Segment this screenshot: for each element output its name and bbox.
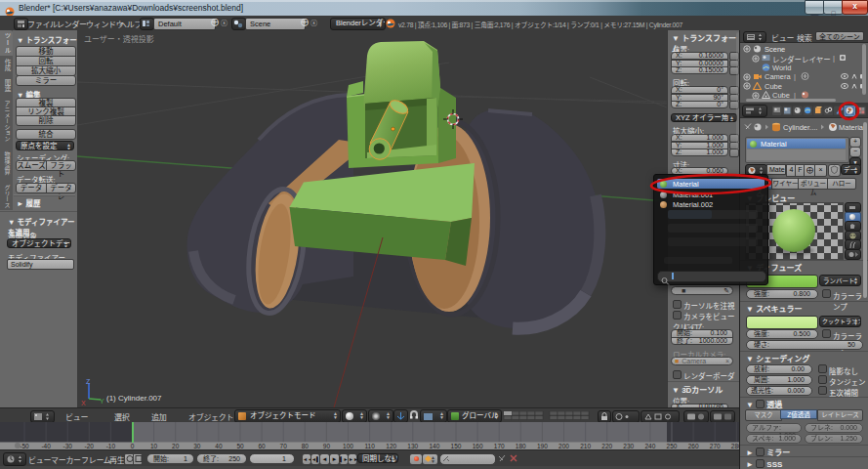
svg-text:20: 20 — [172, 443, 180, 449]
svg-text:70: 70 — [280, 443, 288, 449]
svg-text:140: 140 — [429, 443, 439, 449]
svg-text:40: 40 — [215, 443, 223, 449]
svg-text:280: 280 — [731, 443, 739, 449]
svg-text:150: 150 — [451, 443, 462, 449]
svg-text:220: 220 — [601, 443, 612, 449]
svg-text:170: 170 — [494, 443, 505, 449]
svg-text:-10: -10 — [106, 443, 116, 449]
svg-text:200: 200 — [558, 443, 569, 449]
svg-text:90: 90 — [323, 443, 331, 449]
svg-text:130: 130 — [407, 443, 418, 449]
svg-text:60: 60 — [258, 443, 266, 449]
svg-text:270: 270 — [710, 443, 721, 449]
svg-text:10: 10 — [150, 443, 158, 449]
svg-text:100: 100 — [343, 443, 353, 449]
svg-text:120: 120 — [386, 443, 396, 449]
svg-text:210: 210 — [580, 443, 591, 449]
svg-text:250: 250 — [667, 443, 678, 449]
svg-text:50: 50 — [236, 443, 244, 449]
svg-text:Z: Z — [86, 378, 91, 385]
svg-text:Y: Y — [100, 398, 104, 405]
svg-text:180: 180 — [516, 443, 526, 449]
svg-text:-30: -30 — [62, 443, 72, 449]
svg-text:160: 160 — [473, 443, 483, 449]
svg-text:190: 190 — [537, 443, 548, 449]
svg-text:-40: -40 — [41, 443, 51, 449]
svg-text:X: X — [81, 400, 86, 405]
svg-text:80: 80 — [302, 443, 310, 449]
svg-text:30: 30 — [193, 443, 201, 449]
svg-text:260: 260 — [688, 443, 699, 449]
svg-text:110: 110 — [364, 443, 375, 449]
svg-text:230: 230 — [623, 443, 634, 449]
svg-text:240: 240 — [644, 443, 655, 449]
svg-text:-50: -50 — [20, 443, 29, 449]
svg-text:-20: -20 — [85, 443, 95, 449]
svg-text:0: 0 — [131, 443, 135, 449]
